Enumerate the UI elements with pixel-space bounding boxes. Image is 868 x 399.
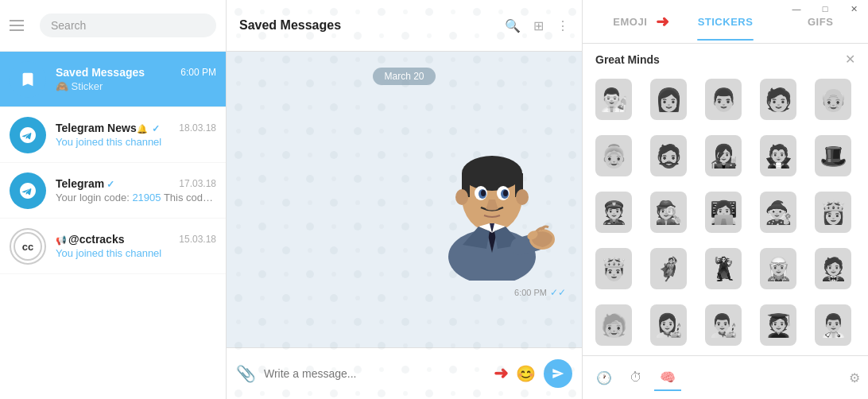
chat-item-telegram-news[interactable]: Telegram News🔔✓ 18.03.18 You joined this… <box>0 107 226 163</box>
sticker-clock-icon[interactable]: ⏱ <box>622 364 649 391</box>
svg-point-20 <box>503 190 508 196</box>
sticker-item-12[interactable]: 🕵️ <box>644 188 693 237</box>
sticker-item-7[interactable]: 🧔 <box>644 131 693 180</box>
sticker-pack-header: Great Minds ✕ <box>583 44 868 75</box>
chat-name-telegram-news: Telegram News🔔✓ <box>56 122 160 134</box>
sticker-item-20[interactable]: 🤵 <box>808 244 858 293</box>
header-icons: 🔍 ⊞ ⋮ <box>505 18 569 33</box>
chat-messages: March 20 <box>227 52 582 347</box>
hamburger-menu[interactable] <box>10 14 32 37</box>
sticker-bottom-bar: 🕐 ⏱ 🧠 ⚙ <box>583 355 868 399</box>
sticker-item-13[interactable]: 👩‍💻 <box>699 188 748 237</box>
message-input[interactable] <box>264 367 486 380</box>
chat-time-saved: 6:00 PM <box>180 67 216 78</box>
sticker-item-3[interactable]: 👨 <box>699 75 748 124</box>
sticker-brain-icon[interactable]: 🧠 <box>654 364 681 391</box>
search-icon[interactable]: 🔍 <box>505 18 521 33</box>
sidebar: Search Saved Messages 6:00 PM 🙈 Sticker <box>0 0 227 399</box>
tab-stickers[interactable]: STICKERS <box>678 3 773 41</box>
layout-icon[interactable]: ⊞ <box>533 18 544 33</box>
svg-text:cc: cc <box>22 241 33 253</box>
sticker-item-22[interactable]: 👩‍🎨 <box>644 300 693 350</box>
chat-name-cctracks: 📢@cctracks <box>56 233 124 246</box>
avatar-telegram <box>10 172 46 209</box>
sticker-item-24[interactable]: 🧑‍🎓 <box>754 300 803 350</box>
sidebar-header: Search <box>0 0 226 52</box>
chat-title: Saved Messages <box>239 18 505 33</box>
chat-content-telegram-news: Telegram News🔔✓ 18.03.18 You joined this… <box>56 122 216 148</box>
date-bubble: March 20 <box>373 68 435 85</box>
chat-time-telegram: 17.03.18 <box>179 178 216 189</box>
sticker-item-10[interactable]: 🎩 <box>808 131 858 180</box>
sticker-settings-icon[interactable]: ⚙ <box>849 370 860 385</box>
sticker-item-8[interactable]: 👩‍🎤 <box>699 131 748 180</box>
svg-point-14 <box>516 189 529 205</box>
sticker-item-18[interactable]: 🦹 <box>699 244 748 293</box>
sticker-item-4[interactable]: 🧑 <box>754 75 803 124</box>
chat-time-telegram-news: 18.03.18 <box>179 122 216 134</box>
sticker-grid: 👨‍🔬👩👨🧑👴👵🧔👩‍🎤🧛🎩👮🕵️👩‍💻🧙👸🤴🦸🦹🧝🤵🧓👩‍🎨👨‍🎨🧑‍🎓👨‍⚕… <box>583 75 868 355</box>
arrow-indicator: ➜ <box>494 363 508 384</box>
sticker-item-17[interactable]: 🦸 <box>644 244 693 293</box>
chat-time-cctracks: 15.03.18 <box>179 234 216 245</box>
message-time: 6:00 PM ✓✓ <box>419 287 566 298</box>
chat-item-telegram[interactable]: Telegram✓ 17.03.18 Your login code: 2190… <box>0 163 226 219</box>
sticker-panel: EMOJI ➜ STICKERS GIFS Great Minds ✕ 👨‍🔬👩… <box>582 0 868 399</box>
search-input[interactable]: Search <box>40 14 216 37</box>
sticker-item-11[interactable]: 👮 <box>589 188 638 237</box>
avatar-cctracks: cc <box>10 228 46 265</box>
svg-point-19 <box>481 190 486 196</box>
chat-list: Saved Messages 6:00 PM 🙈 Sticker Telegra… <box>0 52 226 399</box>
svg-point-13 <box>455 189 468 205</box>
tesla-sticker <box>419 98 566 281</box>
chat-main: Saved Messages 🔍 ⊞ ⋮ March 20 <box>227 0 582 399</box>
tab-gifs[interactable]: GIFS <box>773 3 868 41</box>
read-check: ✓✓ <box>550 287 566 298</box>
sticker-item-6[interactable]: 👵 <box>589 131 638 180</box>
close-sticker-panel[interactable]: ✕ <box>845 52 855 67</box>
chat-preview-cctracks: You joined this channel <box>56 247 216 259</box>
sticker-recent-icon[interactable]: 🕐 <box>591 364 618 391</box>
chat-content-cctracks: 📢@cctracks 15.03.18 You joined this chan… <box>56 233 216 259</box>
sticker-item-25[interactable]: 👨‍⚕️ <box>808 300 858 350</box>
chat-content-saved: Saved Messages 6:00 PM 🙈 Sticker <box>56 66 216 92</box>
chat-header: Saved Messages 🔍 ⊞ ⋮ <box>227 0 582 52</box>
svg-point-10 <box>462 156 522 191</box>
emoji-button[interactable]: 😊 <box>516 364 536 383</box>
chat-input-area: 📎 ➜ 😊 <box>227 347 582 399</box>
sticker-item-5[interactable]: 👴 <box>808 75 858 124</box>
chat-preview-telegram-news: You joined this channel <box>56 136 216 148</box>
send-button[interactable] <box>544 359 572 388</box>
sticker-pack-title: Great Minds <box>595 53 660 66</box>
chat-name-telegram: Telegram✓ <box>56 177 114 190</box>
sticker-message: 6:00 PM ✓✓ <box>419 98 566 298</box>
sticker-item-23[interactable]: 👨‍🎨 <box>699 300 748 350</box>
sticker-item-9[interactable]: 🧛 <box>754 131 803 180</box>
sticker-item-1[interactable]: 👨‍🔬 <box>589 75 638 124</box>
sticker-item-16[interactable]: 🤴 <box>589 244 638 293</box>
sticker-item-14[interactable]: 🧙 <box>754 188 803 237</box>
sticker-item-15[interactable]: 👸 <box>808 188 858 237</box>
chat-preview-saved: 🙈 Sticker <box>56 80 216 92</box>
sticker-item-2[interactable]: 👩 <box>644 75 693 124</box>
more-icon[interactable]: ⋮ <box>556 18 569 33</box>
sticker-item-19[interactable]: 🧝 <box>754 244 803 293</box>
chat-name-saved: Saved Messages <box>56 66 145 79</box>
chat-item-saved[interactable]: Saved Messages 6:00 PM 🙈 Sticker <box>0 52 226 107</box>
avatar-saved <box>10 61 46 98</box>
sticker-tabs: EMOJI ➜ STICKERS GIFS <box>583 0 868 44</box>
avatar-telegram-news <box>10 117 46 153</box>
chat-content-telegram: Telegram✓ 17.03.18 Your login code: 2190… <box>56 177 216 203</box>
chat-item-cctracks[interactable]: cc 📢@cctracks 15.03.18 You joined this c… <box>0 219 226 274</box>
sticker-item-21[interactable]: 🧓 <box>589 300 638 350</box>
attach-button[interactable]: 📎 <box>236 364 256 383</box>
chat-preview-telegram: Your login code: 21905 This code ... <box>56 192 216 203</box>
